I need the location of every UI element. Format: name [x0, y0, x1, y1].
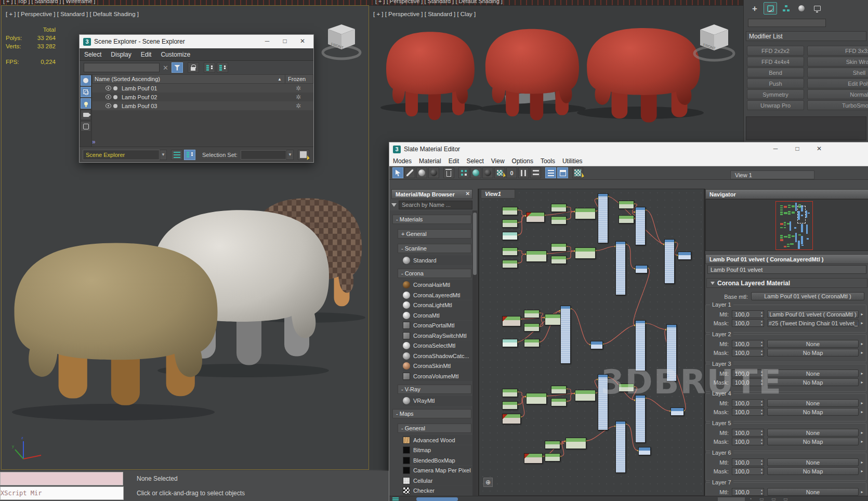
- browser-item-label[interactable]: Bitmap: [413, 447, 431, 453]
- eyedropper-icon[interactable]: [404, 167, 415, 178]
- minimize-button[interactable]: ─: [258, 35, 276, 48]
- browser-item-cellular[interactable]: Cellular: [403, 476, 472, 485]
- browser-item-coronamtl[interactable]: CoronaMtl: [403, 310, 472, 320]
- browser-item-standard[interactable]: Standard: [403, 255, 472, 265]
- layout-vertical-icon[interactable]: [518, 167, 529, 178]
- slate-menu-modes[interactable]: Modes: [393, 157, 412, 165]
- modifier-stack-area[interactable]: [746, 116, 866, 140]
- amount-spinner[interactable]: 100,0▴▾: [732, 408, 764, 416]
- navigator-view-frame[interactable]: [797, 206, 806, 223]
- spinner-arrows-icon[interactable]: ▴▾: [761, 340, 762, 348]
- spinner-arrows-icon[interactable]: ▴▾: [761, 468, 762, 475]
- modifier-button-turbosmooth[interactable]: TurboSmooth: [807, 100, 868, 110]
- material-node[interactable]: [565, 438, 586, 449]
- spinner-arrows-icon[interactable]: ▴▾: [761, 400, 762, 407]
- slot-arrow-icon[interactable]: ▸: [860, 349, 864, 357]
- layer-view-icon[interactable]: [217, 62, 228, 73]
- material-node[interactable]: [551, 204, 567, 212]
- browser-item-label[interactable]: Camera Map Per Pixel: [413, 467, 471, 473]
- delete-icon[interactable]: [443, 167, 454, 178]
- material-node[interactable]: [598, 374, 608, 430]
- visibility-eye-icon[interactable]: [106, 86, 111, 90]
- scene-menu-select[interactable]: Select: [84, 51, 101, 58]
- sort-arrow-icon[interactable]: ▲: [278, 77, 282, 82]
- selection-set-combo[interactable]: [241, 150, 286, 160]
- map-slot-button[interactable]: None: [767, 458, 859, 466]
- explorer-combo-arrow-icon[interactable]: ▼: [160, 150, 167, 160]
- material-params-header[interactable]: Lamb Pouf 01 velvet ( CoronaLayeredMtl ): [705, 254, 868, 264]
- lock-icon[interactable]: [188, 62, 199, 73]
- navigator-minimap[interactable]: [705, 199, 868, 251]
- material-node[interactable]: [635, 207, 646, 245]
- spinner-arrows-icon[interactable]: ▴▾: [761, 320, 762, 327]
- slot-arrow-icon[interactable]: ▸: [860, 467, 864, 475]
- slate-menu-tools[interactable]: Tools: [541, 157, 555, 165]
- material-node[interactable]: [551, 386, 567, 394]
- map-slot-button[interactable]: No Map: [767, 467, 859, 475]
- slot-arrow-icon[interactable]: ▸: [860, 370, 864, 377]
- modifier-button-skin-wrap[interactable]: Skin Wrap: [807, 57, 868, 67]
- browser-item-label[interactable]: CoronaSkinMtl: [413, 363, 451, 369]
- slot-arrow-icon[interactable]: ▸: [860, 319, 864, 327]
- frozen-icon[interactable]: ✲: [296, 94, 301, 101]
- table-row[interactable]: Lamb Pouf 02✲: [92, 93, 313, 101]
- spinner-arrows-icon[interactable]: ▴▾: [761, 459, 762, 466]
- amount-spinner[interactable]: 100,0▴▾: [732, 340, 764, 348]
- material-node[interactable]: [502, 401, 518, 410]
- map-slot-button[interactable]: #25 (Tweet Dining Chair 01 velvet_mix: [767, 319, 859, 327]
- name-column-header[interactable]: Name (Sorted Ascending): [95, 76, 160, 82]
- browser-group-materials[interactable]: - Materials: [392, 215, 471, 224]
- clear-search-icon[interactable]: ✕: [163, 64, 168, 72]
- browser-item-label[interactable]: CoronaShadowCatc...: [413, 353, 469, 359]
- material-node[interactable]: [666, 324, 677, 381]
- display-shapes-icon[interactable]: [81, 87, 91, 97]
- list-mini-icon[interactable]: [392, 497, 399, 501]
- material-node[interactable]: [635, 265, 648, 273]
- browser-item-coronarayswitchmtl[interactable]: CoronaRaySwitchMtl: [403, 331, 472, 340]
- spinner-arrows-icon[interactable]: ▴▾: [761, 429, 762, 437]
- slot-arrow-icon[interactable]: ▸: [860, 438, 864, 445]
- amount-spinner[interactable]: 100,0▴▾: [732, 488, 764, 496]
- display-lights-icon[interactable]: [81, 98, 91, 109]
- navigator-header[interactable]: Navigator: [705, 189, 868, 199]
- amount-spinner[interactable]: 100,0▴▾: [732, 310, 764, 318]
- modifier-button-normal[interactable]: Normal: [807, 89, 868, 99]
- browser-item-coronavolumemtl[interactable]: CoronaVolumeMtl: [403, 371, 472, 381]
- slate-close-button[interactable]: ✕: [810, 142, 828, 155]
- browser-item-coronahairmtl[interactable]: CoronaHairMtl: [403, 280, 472, 290]
- slate-menu-view[interactable]: View: [491, 157, 505, 165]
- browser-collapse-icon[interactable]: [391, 203, 397, 207]
- browser-item-vraymtl[interactable]: VRayMtl: [403, 396, 472, 406]
- slot-arrow-icon[interactable]: ▸: [860, 488, 864, 496]
- modifier-button-shell[interactable]: Shell: [807, 68, 868, 77]
- selectable-dot-icon[interactable]: [113, 104, 117, 108]
- view-zoom-icons[interactable]: ◔ ▭ ▭ ▭: [749, 496, 791, 501]
- modifier-button-ffd-4x4x4[interactable]: FFD 4x4x4: [747, 57, 804, 67]
- top-viewport-strip[interactable]: [ + ] [ Top ] [ Standard ] [ Wireframe ]…: [0, 0, 743, 5]
- top-right-viewport-label[interactable]: [ + ] [ Perspective ] [ Standard ] [ Def…: [375, 0, 503, 4]
- material-node[interactable]: [502, 414, 521, 424]
- selectable-dot-icon[interactable]: [113, 86, 117, 90]
- modifier-button-ffd-2x2x2[interactable]: FFD 2x2x2: [747, 46, 804, 56]
- spinner-arrows-icon[interactable]: ▴▾: [761, 370, 762, 377]
- hide-unused-slots-icon[interactable]: [470, 167, 481, 178]
- browser-group-corona[interactable]: - Corona: [398, 269, 471, 278]
- browser-group-maps[interactable]: - Maps: [392, 409, 471, 418]
- scene-menu-display[interactable]: Display: [111, 51, 131, 58]
- spinner-arrows-icon[interactable]: ▴▾: [761, 438, 762, 445]
- material-node[interactable]: [575, 208, 596, 219]
- material-node[interactable]: [575, 390, 596, 401]
- material-node[interactable]: [502, 232, 518, 240]
- browser-item-label[interactable]: Cellular: [413, 478, 432, 484]
- browser-close-icon[interactable]: ✕: [466, 191, 470, 196]
- material-node[interactable]: [619, 201, 634, 209]
- material-map-browser-header[interactable]: Material/Map Browser ✕: [391, 189, 472, 199]
- browser-group-scanline[interactable]: - Scanline: [398, 244, 471, 253]
- move-children-icon[interactable]: [458, 167, 469, 178]
- slate-menu-material[interactable]: Material: [419, 157, 441, 165]
- slot-arrow-icon[interactable]: ▸: [860, 378, 864, 386]
- material-node[interactable]: [502, 247, 518, 256]
- material-node[interactable]: [524, 323, 540, 332]
- material-node[interactable]: [619, 384, 634, 392]
- scene-menu-edit[interactable]: Edit: [141, 51, 152, 58]
